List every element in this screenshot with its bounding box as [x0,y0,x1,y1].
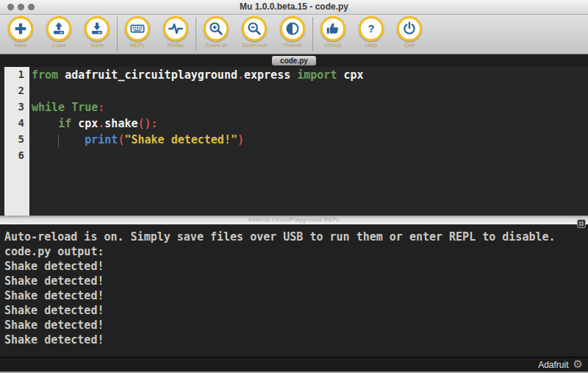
code-line[interactable]: from adafruit_circuitplayground.express … [32,68,588,85]
toolbar-button-label: Quit [404,42,415,49]
window-title: Mu 1.0.0.beta.15 - code.py [0,0,588,14]
code-line[interactable]: print("Shake detected!") [32,133,588,149]
toolbar-separator [312,17,313,51]
repl-line: Shake detected! [4,333,588,348]
gear-icon[interactable]: ⚙ [573,359,583,370]
mu-editor-window: Mu 1.0.0.beta.15 - code.py NewLoadSaveRE… [0,0,588,373]
plotter-button[interactable]: Plotter [157,16,195,49]
code-line[interactable]: while True: [32,101,588,117]
new-button[interactable]: New [1,16,40,49]
toolbar-button-label: Check [325,42,342,49]
keyboard-icon [125,16,150,41]
close-button[interactable] [7,4,14,10]
power-icon [397,16,422,41]
toolbar-button-label: Zoom-out [242,42,267,49]
code-token: adafruit_circuitplayground [58,68,237,82]
toolbar-button-label: Save [90,42,104,49]
contrast-icon [280,16,305,41]
repl-line: Auto-reload is on. Simply save files ove… [4,230,588,245]
line-number: 1 [4,68,29,85]
help-button[interactable]: ?Help [352,16,390,49]
code-token: (): [138,117,158,130]
title-bar: Mu 1.0.0.beta.15 - code.py [0,0,588,15]
tab-code-py[interactable]: code.py [272,56,316,65]
editor-gutter: 123456 [4,67,29,216]
pane-splitter[interactable]: Adafruit CircuitPlayground REPL [0,216,588,224]
toolbar-button-label: Theme [284,42,302,49]
line-number: 4 [4,117,29,133]
code-token: cpx [337,68,363,82]
toolbar-separator [117,17,118,51]
code-token [65,101,71,114]
toolbar-button-label: Help [365,42,377,49]
status-bar: Adafruit ⚙ [0,357,588,373]
repl-pane-title: Adafruit CircuitPlayground REPL [0,216,588,224]
toolbar-button-label: New [15,42,26,49]
save-arrow-icon [85,16,110,41]
mode-label[interactable]: Adafruit [538,360,568,370]
question-icon: ? [359,16,384,41]
traffic-lights [7,4,35,10]
plus-icon [8,16,33,41]
code-token: cpx [71,117,98,130]
minimize-button[interactable] [18,4,24,10]
repl-line: Shake detected! [4,304,588,319]
line-number: 3 [4,101,29,117]
repl-line: Shake detected! [4,319,588,333]
code-token: shake [104,117,137,130]
line-number: 6 [4,149,29,166]
code-line[interactable] [32,85,588,101]
load-arrow-icon [46,16,71,41]
repl-line: Shake detected! [4,289,588,304]
line-number: 2 [4,85,29,101]
code-token: from [32,68,58,82]
save-button[interactable]: Save [78,16,116,49]
repl-line: code.py output: [4,245,588,260]
repl-line: Shake detected! [4,274,588,289]
code-token: if [58,117,71,130]
zoom-in-button[interactable]: Zoom-in [197,16,235,49]
quit-button[interactable]: Quit [390,16,429,49]
toolbar: NewLoadSaveREPLPlotterZoom-inZoom-outThe… [0,15,588,54]
code-token: . [237,68,244,82]
code-token [32,117,58,130]
code-editor[interactable]: 123456 from adafruit_circuitplayground.e… [0,67,588,216]
svg-text:?: ? [368,23,375,35]
check-button[interactable]: Check [314,16,352,49]
toolbar-button-label: REPL [130,42,146,49]
code-line[interactable]: if cpx.shake(): [32,117,588,133]
code-token: . [98,117,104,130]
tab-bar: code.py [0,54,588,67]
code-token: : [98,101,104,114]
load-button[interactable]: Load [40,16,78,49]
toolbar-button-label: Plotter [167,42,184,49]
repl-button[interactable]: REPL [118,16,157,49]
repl-output[interactable]: Auto-reload is on. Simply save files ove… [0,224,588,357]
toolbar-button-label: Zoom-in [205,42,226,49]
code-token: ) [237,133,244,146]
zoom-window-button[interactable] [28,4,35,10]
zoom-in-icon [204,16,229,41]
line-number: 5 [4,133,29,149]
indent-guide-line [58,135,59,148]
code-token: True [71,101,98,114]
toolbar-button-label: Load [52,42,65,49]
zoom-out-button[interactable]: Zoom-out [235,16,273,49]
code-token: express [244,68,297,82]
code-token: "Shake detected!" [124,133,237,146]
toolbar-separator [196,17,196,51]
theme-button[interactable]: Theme [273,16,312,49]
plotter-icon [163,16,188,41]
zoom-out-icon [242,16,267,41]
undock-pane-icon[interactable] [577,218,586,227]
repl-line: Shake detected! [4,260,588,274]
code-line[interactable] [32,149,588,166]
code-token: while [32,101,65,114]
code-token: import [297,68,337,82]
editor-code[interactable]: from adafruit_circuitplayground.express … [29,67,588,166]
code-token: print [85,133,118,146]
thumbs-up-icon [320,16,345,41]
